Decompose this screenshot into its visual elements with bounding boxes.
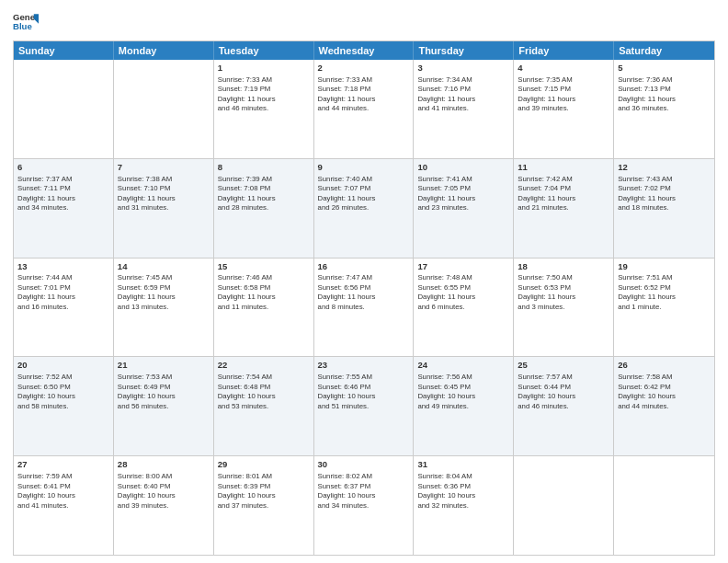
day-number: 13	[17, 261, 109, 273]
day-number: 21	[118, 360, 210, 372]
day-info-line: Sunset: 7:15 PM	[518, 85, 609, 95]
day-info-line: and 32 minutes.	[417, 501, 509, 511]
weekday-header: Sunday	[14, 41, 114, 60]
day-info-line: and 53 minutes.	[218, 402, 310, 412]
calendar-cell: 25Sunrise: 7:57 AMSunset: 6:44 PMDayligh…	[514, 357, 614, 455]
calendar-cell: 20Sunrise: 7:52 AMSunset: 6:50 PMDayligh…	[14, 357, 114, 455]
day-info-line: Sunrise: 7:46 AM	[218, 273, 310, 283]
day-number: 20	[17, 360, 109, 372]
day-number: 30	[318, 459, 410, 471]
weekday-header: Wednesday	[314, 41, 415, 60]
day-info-line: Daylight: 10 hours	[218, 491, 310, 501]
day-info-line: Daylight: 10 hours	[318, 392, 410, 402]
day-info-line: Daylight: 10 hours	[318, 491, 410, 501]
day-info-line: and 58 minutes.	[17, 402, 109, 412]
day-number: 14	[118, 261, 210, 273]
day-info-line: Sunrise: 7:59 AM	[17, 472, 109, 482]
day-info-line: Daylight: 11 hours	[118, 293, 210, 303]
day-info-line: Sunrise: 7:43 AM	[618, 175, 711, 185]
day-number: 12	[618, 162, 711, 174]
day-info-line: Daylight: 10 hours	[118, 392, 210, 402]
day-number: 16	[318, 261, 410, 273]
calendar-cell: 30Sunrise: 8:02 AMSunset: 6:37 PMDayligh…	[314, 456, 415, 555]
day-info-line: Sunset: 6:44 PM	[518, 383, 609, 393]
day-info-line: and 44 minutes.	[318, 104, 410, 114]
day-info-line: Sunrise: 7:42 AM	[518, 175, 609, 185]
calendar-cell	[14, 60, 114, 158]
calendar-cell: 15Sunrise: 7:46 AMSunset: 6:58 PMDayligh…	[214, 259, 314, 357]
day-info-line: Sunset: 7:13 PM	[618, 85, 711, 95]
calendar-cell: 18Sunrise: 7:50 AMSunset: 6:53 PMDayligh…	[514, 259, 614, 357]
calendar-cell: 29Sunrise: 8:01 AMSunset: 6:39 PMDayligh…	[214, 456, 314, 555]
day-info-line: and 56 minutes.	[118, 402, 210, 412]
day-info-line: and 8 minutes.	[318, 303, 410, 313]
day-info-line: Sunrise: 7:50 AM	[518, 273, 609, 283]
day-info-line: Daylight: 11 hours	[318, 293, 410, 303]
day-number: 7	[118, 162, 210, 174]
day-info-line: Daylight: 11 hours	[518, 293, 609, 303]
day-info-line: Sunrise: 7:36 AM	[618, 75, 711, 86]
day-info-line: Sunset: 6:40 PM	[118, 482, 210, 492]
calendar-cell: 21Sunrise: 7:53 AMSunset: 6:49 PMDayligh…	[114, 357, 214, 455]
day-info-line: Sunset: 7:18 PM	[318, 85, 410, 95]
calendar-cell: 6Sunrise: 7:37 AMSunset: 7:11 PMDaylight…	[14, 159, 114, 258]
day-info-line: Daylight: 11 hours	[618, 194, 711, 204]
day-number: 19	[618, 261, 711, 273]
day-info-line: Daylight: 10 hours	[417, 392, 509, 402]
day-info-line: Daylight: 11 hours	[218, 293, 310, 303]
day-number: 27	[17, 459, 109, 471]
day-info-line: Sunrise: 7:39 AM	[218, 175, 310, 185]
day-info-line: and 34 minutes.	[318, 501, 410, 511]
day-info-line: Sunrise: 8:00 AM	[118, 472, 210, 482]
day-info-line: and 41 minutes.	[17, 501, 109, 511]
logo-icon: General Blue	[13, 9, 39, 35]
day-info-line: and 6 minutes.	[417, 303, 509, 313]
day-number: 10	[417, 162, 509, 174]
weekday-header: Saturday	[614, 41, 714, 60]
day-info-line: Sunset: 7:05 PM	[417, 184, 509, 194]
day-info-line: Sunset: 6:42 PM	[618, 383, 711, 393]
day-info-line: Sunrise: 8:01 AM	[218, 472, 310, 482]
day-info-line: Daylight: 11 hours	[17, 293, 109, 303]
day-info-line: and 51 minutes.	[318, 402, 410, 412]
day-info-line: Sunset: 7:10 PM	[118, 184, 210, 194]
day-info-line: Daylight: 10 hours	[417, 491, 509, 501]
day-info-line: Sunrise: 7:53 AM	[118, 373, 210, 383]
calendar-cell: 13Sunrise: 7:44 AMSunset: 7:01 PMDayligh…	[14, 259, 114, 357]
calendar-row: 13Sunrise: 7:44 AMSunset: 7:01 PMDayligh…	[14, 258, 714, 357]
day-info-line: Daylight: 11 hours	[218, 194, 310, 204]
calendar-cell: 22Sunrise: 7:54 AMSunset: 6:48 PMDayligh…	[214, 357, 314, 455]
day-info-line: and 23 minutes.	[417, 203, 509, 213]
calendar-body: 1Sunrise: 7:33 AMSunset: 7:19 PMDaylight…	[14, 60, 714, 555]
day-info-line: Sunset: 6:39 PM	[218, 482, 310, 492]
day-info-line: Sunrise: 7:37 AM	[17, 175, 109, 185]
calendar-cell: 27Sunrise: 7:59 AMSunset: 6:41 PMDayligh…	[14, 456, 114, 555]
day-number: 17	[417, 261, 509, 273]
calendar-row: 27Sunrise: 7:59 AMSunset: 6:41 PMDayligh…	[14, 455, 714, 555]
day-info-line: Sunset: 7:08 PM	[218, 184, 310, 194]
day-info-line: Sunrise: 7:45 AM	[118, 273, 210, 283]
day-info-line: Sunrise: 7:56 AM	[417, 373, 509, 383]
day-number: 8	[218, 162, 310, 174]
calendar-cell: 17Sunrise: 7:48 AMSunset: 6:55 PMDayligh…	[414, 259, 514, 357]
weekday-header: Monday	[114, 41, 214, 60]
day-info-line: Daylight: 11 hours	[318, 194, 410, 204]
day-info-line: Daylight: 10 hours	[17, 491, 109, 501]
calendar-cell: 24Sunrise: 7:56 AMSunset: 6:45 PMDayligh…	[414, 357, 514, 455]
day-info-line: Sunset: 7:19 PM	[218, 85, 310, 95]
day-info-line: Sunset: 7:07 PM	[318, 184, 410, 194]
day-number: 25	[518, 360, 609, 372]
day-info-line: and 36 minutes.	[618, 104, 711, 114]
day-info-line: Sunset: 6:36 PM	[417, 482, 509, 492]
day-info-line: Daylight: 11 hours	[618, 293, 711, 303]
day-info-line: Sunrise: 7:40 AM	[318, 175, 410, 185]
logo: General Blue	[13, 9, 39, 35]
day-info-line: and 28 minutes.	[218, 203, 310, 213]
day-info-line: Sunrise: 7:58 AM	[618, 373, 711, 383]
day-info-line: Sunrise: 8:04 AM	[417, 472, 509, 482]
day-info-line: Daylight: 11 hours	[218, 95, 310, 105]
day-info-line: and 39 minutes.	[518, 104, 609, 114]
day-number: 26	[618, 360, 711, 372]
day-info-line: and 16 minutes.	[17, 303, 109, 313]
day-info-line: Sunset: 7:11 PM	[17, 184, 109, 194]
